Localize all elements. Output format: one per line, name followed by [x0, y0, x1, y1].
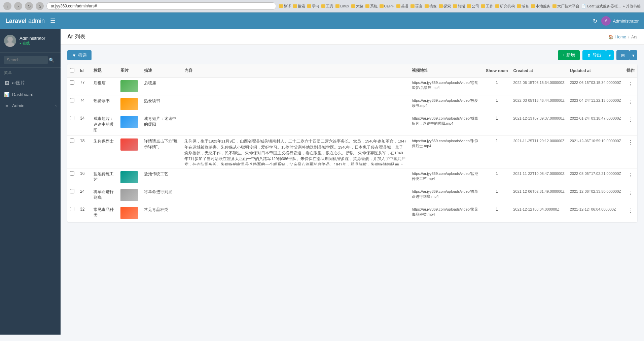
col-header-desc: 描述 — [141, 64, 182, 77]
row-action-button-2[interactable]: ⋮ — [627, 116, 635, 124]
table-head: Id 标题 图片 描述 内容 视频地址 Show room Created at… — [67, 64, 637, 77]
sidebar-toggle-button[interactable]: ☰ — [50, 17, 56, 25]
sidebar-avatar — [4, 35, 16, 47]
row-action-button-4[interactable]: ⋮ — [627, 171, 635, 179]
col-header-content: 内容 — [182, 64, 409, 77]
cell-content-1 — [182, 95, 409, 113]
row-checkbox-3[interactable] — [70, 138, 74, 143]
bookmark-domain[interactable]: 域名 — [517, 4, 529, 9]
row-checkbox-6[interactable] — [70, 207, 74, 211]
table-row: 74 热爱读书 热爱读书 https://ar.jyy369.com/uploa… — [67, 95, 637, 113]
table-row: 77 后稷庙 后稷庙 https://ar.jyy369.com/uploads… — [67, 77, 637, 95]
bookmark-leaf[interactable]: 📄 Leaf 游戏服务器框... — [581, 4, 621, 9]
bookmark-tools[interactable]: 工具 — [321, 4, 333, 9]
sidebar-item-admin[interactable]: ≡ Admin ‹ — [0, 100, 61, 111]
row-checkbox-5[interactable] — [70, 189, 74, 193]
sidebar-item-dashboard[interactable]: 📊 Dashboard — [0, 89, 61, 100]
user-menu[interactable]: A Administrator — [601, 16, 639, 26]
new-button[interactable]: + 新增 — [558, 50, 580, 60]
row-action-button-5[interactable]: ⋮ — [627, 189, 635, 197]
breadcrumb-home-link[interactable]: Home — [615, 35, 626, 39]
home-button[interactable]: ⌂ — [36, 2, 44, 10]
bookmark-mirror[interactable]: 镜像 — [425, 4, 437, 9]
bookmark-system[interactable]: 系统 — [365, 4, 378, 9]
navbar-right: ↻ A Administrator — [593, 16, 639, 26]
row-action-button-6[interactable]: ⋮ — [627, 207, 635, 215]
cell-video-1: https://ar.jyy369.com/uploads/video/热爱读书… — [409, 95, 483, 113]
export-label: 导出 — [593, 52, 601, 58]
grid-icon: ⊞ — [621, 53, 625, 58]
refresh-icon[interactable]: ↻ — [593, 18, 597, 24]
export-button-group: ⬆ 导出 ▾ — [582, 50, 614, 60]
sidebar-search-button[interactable]: 🔍 — [49, 58, 55, 63]
sidebar-item-ar-images[interactable]: 🖼 ar图片 — [0, 77, 61, 89]
row-action-button-3[interactable]: ⋮ — [627, 138, 635, 146]
table-row: 34 成毒短片：迷途中的暖阳 成毒短片：迷途中的暖阳 https://ar.jy… — [67, 113, 637, 136]
cell-actions-0: ⋮ — [624, 77, 637, 95]
bookmark-explore[interactable]: 探索 — [439, 4, 451, 9]
sidebar-search-input[interactable] — [4, 56, 48, 64]
brand-logo: Laravel admin — [5, 18, 45, 25]
back-button[interactable]: ‹ — [3, 2, 11, 10]
row-checkbox-4[interactable] — [70, 171, 74, 176]
thumbnail-0 — [120, 80, 138, 92]
page-title-prefix: Ar — [67, 34, 73, 39]
grid-dropdown-button[interactable]: ▾ — [630, 50, 637, 60]
bookmark-local[interactable]: 本地服务 — [531, 4, 550, 9]
bookmark-research[interactable]: 研究机构 — [495, 4, 515, 9]
forward-button[interactable]: › — [14, 2, 22, 10]
table-row: 18 朱仰保烈士 详情请点击下方"展示详情"。 朱仰保，生于1923年11月9日… — [67, 136, 637, 168]
bookmark-search[interactable]: 搜索 — [293, 4, 305, 9]
cell-created-1: 2022-03-05T16:46:44.000000Z — [510, 95, 567, 113]
col-header-video: 视频地址 — [409, 64, 483, 77]
cell-updated-3: 2021-12-06T10:59:19.000000Z — [567, 136, 624, 168]
address-bar[interactable] — [46, 2, 276, 10]
row-checkbox-2[interactable] — [70, 116, 74, 120]
cell-desc-1: 热爱读书 — [141, 95, 182, 113]
col-header-updated: Updated at — [567, 64, 624, 77]
cell-id-3: 18 — [77, 136, 91, 168]
export-icon: ⬆ — [587, 53, 591, 58]
bookmark-frontend[interactable]: 前端 — [453, 4, 465, 9]
cell-title-2: 成毒短片：迷途中的暖阳 — [91, 113, 118, 136]
col-header-showroom: Show room — [483, 64, 510, 77]
cell-updated-4: 2022-03-05T17:02:21.000000Z — [567, 168, 624, 186]
cell-created-2: 2021-12-13T07:39:37.000000Z — [510, 113, 567, 136]
bookmark-work[interactable]: 工作 — [481, 4, 493, 9]
cell-image-1 — [118, 95, 141, 113]
bookmark-ceph[interactable]: CEPH — [380, 4, 395, 8]
bookmark-boss[interactable]: 大佬 — [351, 4, 363, 9]
bookmark-english[interactable]: 英语 — [396, 4, 408, 9]
cell-id-0: 77 — [77, 77, 91, 95]
bookmark-company[interactable]: 公司 — [467, 4, 479, 9]
bookmark-translate[interactable]: 翻译 — [279, 4, 291, 9]
table-row: 16 盐池传统工艺 盐池传统工艺 https://ar.jyy369.com/u… — [67, 168, 637, 186]
cell-updated-6: 2021-12-12T06:04.000000Z — [567, 204, 624, 222]
cell-updated-1: 2023-04-24T11:22:13.000000Z — [567, 95, 624, 113]
select-all-checkbox[interactable] — [70, 68, 74, 72]
export-dropdown-button[interactable]: ▾ — [606, 50, 614, 60]
filter-button[interactable]: ▼ 筛选 — [67, 50, 92, 60]
cell-image-0 — [118, 77, 141, 95]
export-button[interactable]: ⬆ 导出 — [582, 50, 606, 60]
cell-created-3: 2021-11-25T11:29:12.000000Z — [510, 136, 567, 168]
row-action-button-0[interactable]: ⋮ — [627, 80, 635, 88]
bookmark-linux[interactable]: Linux — [335, 4, 349, 8]
bookmark-language[interactable]: 语言 — [410, 4, 423, 9]
cell-created-0: 2022-06-15T03:15:34.000000Z — [510, 77, 567, 95]
cell-video-4: https://ar.jyy369.com/uploads/video/盐池传统… — [409, 168, 483, 186]
cell-showroom-4: 1 — [483, 168, 510, 186]
thumbnail-4 — [120, 171, 138, 183]
row-action-button-1[interactable]: ⋮ — [627, 98, 635, 106]
bookmark-others[interactable]: » 其他书签 — [623, 4, 641, 9]
filter-label: 筛选 — [78, 52, 87, 58]
grid-view-button[interactable]: ⊞ — [616, 50, 630, 60]
cell-showroom-2: 1 — [483, 113, 510, 136]
row-checkbox-0[interactable] — [70, 80, 74, 85]
col-header-created: Created at — [510, 64, 567, 77]
cell-updated-0: 2022-06-15T03:15:34.000000Z — [567, 77, 624, 95]
reload-button[interactable]: ↻ — [25, 2, 33, 10]
bookmark-bigtech[interactable]: 大厂技术平台 — [552, 4, 579, 9]
row-checkbox-1[interactable] — [70, 98, 74, 102]
bookmark-study[interactable]: 学习 — [307, 4, 319, 9]
